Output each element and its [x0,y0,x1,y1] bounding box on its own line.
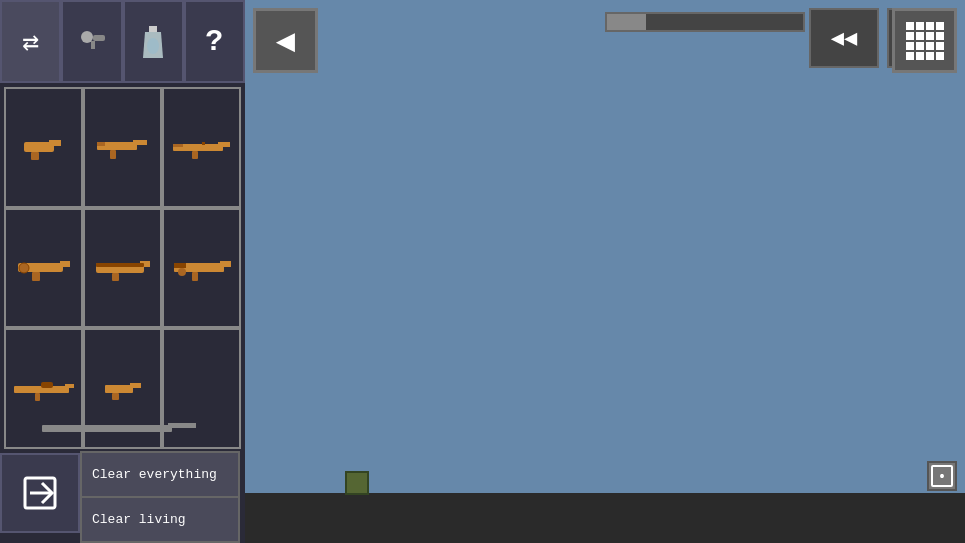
weapon-cell-smg[interactable] [83,87,162,208]
ground [245,493,965,543]
swap-icon [22,25,39,59]
weapon-cell-sniper[interactable] [4,328,83,449]
rifle-icon [172,133,232,161]
svg-rect-6 [49,140,61,146]
svg-rect-23 [96,263,144,267]
svg-rect-32 [35,393,40,401]
svg-rect-33 [41,382,53,388]
progress-bar [605,12,805,32]
bottle-button[interactable] [123,0,184,83]
svg-rect-7 [31,152,39,160]
bottle-icon [139,26,167,58]
swap-button[interactable] [0,0,61,83]
svg-rect-14 [192,151,198,159]
svg-rect-31 [65,384,74,388]
svg-point-43 [940,474,944,478]
top-toolbar [0,0,245,83]
player-character [345,471,369,495]
weapon-cell-rifle[interactable] [162,87,241,208]
pistol2-icon [102,376,144,402]
svg-rect-34 [105,385,133,393]
weapon-cell-pistol2[interactable] [83,328,162,449]
exit-button[interactable] [0,453,80,533]
pistol-icon [19,132,69,162]
unknown-button[interactable] [61,0,122,83]
rewind-button[interactable]: ◀◀ [809,8,879,68]
svg-rect-24 [112,273,119,281]
rewind-icon: ◀◀ [831,25,858,52]
svg-rect-3 [149,26,157,32]
svg-rect-1 [93,35,105,41]
grid-button[interactable] [892,8,957,73]
weapon-cell-shotgun[interactable] [83,208,162,329]
question-icon [205,25,223,59]
clear-living-button[interactable]: Clear living [81,497,239,542]
exit-door-icon[interactable] [927,461,957,491]
svg-rect-15 [173,144,183,147]
svg-rect-18 [60,261,70,267]
sniper-icon [13,375,75,403]
door-icon [931,465,953,487]
svg-point-29 [178,268,186,276]
unknown-icon [77,27,107,57]
svg-rect-19 [32,272,40,281]
exit-icon [20,473,60,513]
svg-rect-13 [218,142,230,147]
svg-rect-35 [130,383,141,388]
sidebar-bottom: Clear everything Clear living [0,453,245,543]
svg-rect-27 [192,272,198,281]
smg-icon [95,132,150,162]
weapon-cell-pistol[interactable] [4,87,83,208]
help-button[interactable] [184,0,245,83]
svg-rect-16 [202,142,205,145]
weapon-cell-mg[interactable] [4,208,83,329]
shotgun-icon [94,254,152,282]
progress-bar-fill [607,14,646,30]
svg-point-20 [19,263,29,273]
main-area: ◀◀ ❚❚ [245,0,965,543]
mg-icon [16,253,71,283]
svg-rect-36 [112,393,119,400]
svg-rect-11 [97,142,105,146]
clear-everything-button[interactable]: Clear everything [81,452,239,497]
sidebar: Clear everything Clear living [0,0,245,543]
weapon-grid [0,83,245,453]
lmg-icon [172,253,232,283]
weapon-cell-lmg[interactable] [162,208,241,329]
game-container: Clear everything Clear living ◀◀ ❚❚ [0,0,965,543]
weapon-cell-empty[interactable] [162,328,241,449]
svg-rect-9 [133,140,147,145]
top-nav: ◀◀ ❚❚ [245,0,965,83]
svg-rect-26 [220,261,231,267]
svg-rect-2 [91,41,95,49]
svg-rect-28 [174,263,186,268]
grid-icon [906,22,944,60]
svg-rect-10 [110,150,116,159]
svg-point-4 [147,38,159,54]
context-menu: Clear everything Clear living [80,451,240,543]
